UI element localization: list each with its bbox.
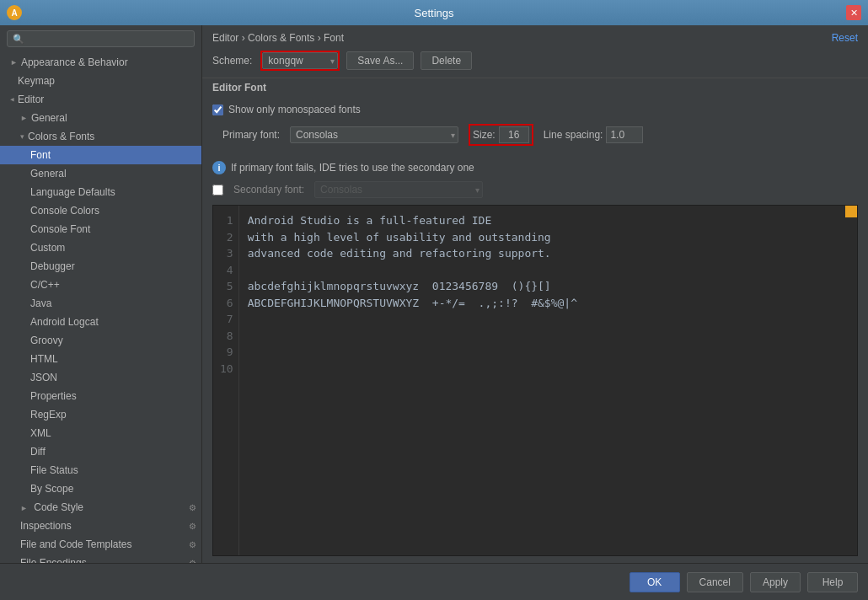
sidebar-item-c-cpp[interactable]: C/C++ <box>0 276 201 294</box>
preview-line-5: abcdefghijklmnopqrstuvwxyz 0123456789 ()… <box>248 278 849 295</box>
secondary-font-select[interactable]: Consolas <box>314 181 483 198</box>
sidebar-item-json[interactable]: JSON <box>0 368 201 387</box>
search-box[interactable]: 🔍 <box>7 30 195 47</box>
breadcrumb-path: Editor › Colors & Fonts › Font <box>212 32 344 44</box>
tree: ► Appearance & Behavior Keymap ▾ Editor <box>0 52 201 563</box>
sidebar-item-label: General <box>31 112 67 124</box>
sidebar-item-language-defaults[interactable]: Language Defaults <box>0 183 201 201</box>
breadcrumb: Editor › Colors & Fonts › Font Reset <box>202 25 868 47</box>
scheme-select[interactable]: kongqw <box>262 52 338 69</box>
sidebar-item-custom[interactable]: Custom <box>0 238 201 257</box>
primary-font-label: Primary font: <box>212 129 280 141</box>
preview-area: 1 2 3 4 5 6 7 8 9 10 Android Studio is a… <box>212 205 858 556</box>
sidebar-item-properties[interactable]: Properties <box>0 387 201 405</box>
sidebar-item-label: Code Style <box>34 501 83 513</box>
search-icon: 🔍 <box>13 34 24 45</box>
sidebar-item-font[interactable]: Font <box>0 146 201 164</box>
sidebar-item-diff[interactable]: Diff <box>0 442 201 461</box>
sidebar-item-general[interactable]: ► General <box>0 109 201 127</box>
line-spacing-input[interactable] <box>606 126 643 143</box>
sidebar-item-android-logcat[interactable]: Android Logcat <box>0 313 201 331</box>
sidebar-item-file-code-templates[interactable]: File and Code Templates ⚙ <box>0 535 201 554</box>
scroll-indicator <box>845 206 857 217</box>
sidebar-item-label: Appearance & Behavior <box>21 56 128 68</box>
sidebar-item-inspections[interactable]: Inspections ⚙ <box>0 517 201 535</box>
size-input[interactable] <box>499 126 529 143</box>
sidebar-item-label: Colors & Fonts <box>28 131 94 142</box>
preview-line-4 <box>248 262 849 279</box>
arrow-icon: ► <box>10 58 18 67</box>
arrow-icon: ► <box>20 114 28 122</box>
main-container: 🔍 ► Appearance & Behavior Keymap ▾ <box>0 25 868 563</box>
sidebar-item-file-encodings[interactable]: File Encodings ⚙ <box>0 554 201 563</box>
scheme-row: Scheme: kongqw Save As... Delete <box>202 47 868 78</box>
arrow-icon <box>10 77 14 85</box>
cancel-button[interactable]: Cancel <box>687 572 743 592</box>
sidebar-item-label: Custom <box>30 242 65 254</box>
search-input[interactable] <box>28 33 189 45</box>
sidebar-item-label: Font <box>30 149 51 161</box>
sidebar-item-code-style[interactable]: ► Code Style ⚙ <box>0 498 201 517</box>
info-icon: i <box>212 161 226 174</box>
size-wrap: Size: <box>469 124 533 146</box>
arrow-icon: ▾ <box>8 98 17 102</box>
settings-icon: ⚙ <box>189 503 196 512</box>
sidebar-item-label: General <box>30 168 67 179</box>
preview-line-7 <box>248 311 849 328</box>
sidebar-item-label: By Scope <box>30 483 73 495</box>
sidebar-item-label: C/C++ <box>30 279 60 291</box>
secondary-font-checkbox[interactable] <box>212 185 223 196</box>
sidebar-item-label: Editor <box>18 94 44 105</box>
sidebar: 🔍 ► Appearance & Behavior Keymap ▾ <box>0 25 202 563</box>
preview-line-6: ABCDEFGHIJKLMNOPQRSTUVWXYZ +-*/= .,;:!? … <box>248 295 849 312</box>
secondary-font-label: Secondary font: <box>233 184 304 196</box>
apply-button[interactable]: Apply <box>750 572 801 592</box>
ok-button[interactable]: OK <box>630 572 680 592</box>
preview-line-3: advanced code editing and refactoring su… <box>248 245 849 262</box>
primary-font-row: Primary font: Consolas Size: Line spacin… <box>212 124 858 146</box>
sidebar-item-colors-fonts[interactable]: ▾ Colors & Fonts <box>0 127 201 146</box>
editor-font-section-title: Editor Font <box>202 78 868 97</box>
sidebar-item-label: Console Colors <box>30 205 99 217</box>
help-button[interactable]: Help <box>807 572 858 592</box>
primary-font-select-wrap[interactable]: Consolas <box>290 126 458 143</box>
delete-button[interactable]: Delete <box>421 51 472 70</box>
sidebar-item-java[interactable]: Java <box>0 294 201 313</box>
sidebar-item-console-font[interactable]: Console Font <box>0 220 201 238</box>
line-spacing-label: Line spacing: <box>544 129 603 141</box>
sidebar-item-label: JSON <box>30 372 57 383</box>
sidebar-item-label: Properties <box>30 390 77 402</box>
save-as-button[interactable]: Save As... <box>346 51 414 70</box>
close-button[interactable]: ✕ <box>846 5 861 20</box>
secondary-font-select-wrap[interactable]: Consolas <box>314 181 483 198</box>
settings-icon: ⚙ <box>189 522 196 531</box>
sidebar-item-by-scope[interactable]: By Scope <box>0 479 201 498</box>
sidebar-item-editor[interactable]: ▾ Editor <box>0 90 201 109</box>
sidebar-item-label: RegExp <box>30 409 67 421</box>
secondary-font-row: Secondary font: Consolas <box>202 181 868 205</box>
sidebar-item-label: Debugger <box>30 260 75 272</box>
monospaced-checkbox[interactable] <box>212 104 223 115</box>
sidebar-item-console-colors[interactable]: Console Colors <box>0 201 201 220</box>
sidebar-item-label: XML <box>30 427 51 439</box>
sidebar-item-appearance[interactable]: ► Appearance & Behavior <box>0 53 201 72</box>
scheme-select-wrap[interactable]: kongqw <box>260 51 340 71</box>
reset-button[interactable]: Reset <box>832 32 858 44</box>
sidebar-item-label: HTML <box>30 353 58 365</box>
sidebar-item-debugger[interactable]: Debugger <box>0 257 201 276</box>
sidebar-item-general2[interactable]: General <box>0 164 201 183</box>
info-text: If primary font fails, IDE tries to use … <box>231 162 474 174</box>
sidebar-item-label: Android Logcat <box>30 316 99 328</box>
arrow-icon: ▾ <box>20 132 24 141</box>
sidebar-item-html[interactable]: HTML <box>0 350 201 368</box>
sidebar-item-groovy[interactable]: Groovy <box>0 331 201 350</box>
sidebar-item-keymap[interactable]: Keymap <box>0 72 201 90</box>
sidebar-item-xml[interactable]: XML <box>0 424 201 442</box>
code-preview: Android Studio is a full-featured IDE wi… <box>239 206 857 555</box>
bottom-bar: OK Cancel Apply Help <box>0 563 868 600</box>
sidebar-item-label: Groovy <box>30 335 63 346</box>
primary-font-select[interactable]: Consolas <box>290 126 458 143</box>
sidebar-item-file-status[interactable]: File Status <box>0 461 201 479</box>
preview-line-9 <box>248 344 849 361</box>
sidebar-item-regexp[interactable]: RegExp <box>0 405 201 424</box>
